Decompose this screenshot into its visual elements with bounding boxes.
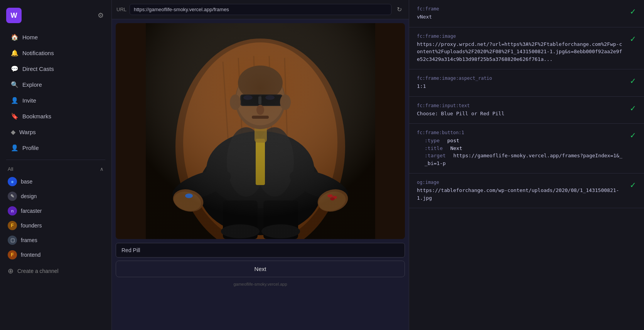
check-icon-fc-frame: ✓: [630, 7, 636, 16]
sidebar-header: W ⚙: [0, 5, 111, 29]
meta-key-fc-frame-image: fc:frame:image: [417, 34, 625, 39]
nav-label-profile: Profile: [22, 145, 39, 151]
meta-value-og-image: https://tableforchange.com/wp-content/up…: [417, 187, 625, 202]
plus-circle-icon: ⊕: [8, 267, 13, 275]
create-channel-label: Create a channel: [17, 268, 59, 274]
divider: [6, 160, 105, 160]
frame-image: [116, 23, 405, 239]
sidebar-item-direct-casts[interactable]: 💬 Direct Casts: [3, 61, 108, 76]
meta-key-button-1: fc:frame:button:1: [417, 130, 625, 135]
channel-item-founders[interactable]: F founders: [0, 218, 111, 233]
meta-fc-frame-input-text: fc:frame:input:text Choose: Blue Pill or…: [409, 97, 644, 124]
channel-dot-frontend: F: [8, 250, 17, 259]
meta-key-input-text: fc:frame:input:text: [417, 103, 625, 108]
check-icon-aspect-ratio: ✓: [630, 76, 636, 86]
meta-fc-frame-aspect-ratio: fc:frame:image:aspect_ratio 1:1 ✓: [409, 69, 644, 97]
app-logo[interactable]: W: [6, 8, 22, 23]
morpheus-svg: [146, 23, 375, 239]
nav-label-warps: Warps: [19, 129, 36, 135]
check-icon-button-1: ✓: [630, 131, 636, 140]
main-content: URL ↻: [112, 0, 409, 330]
channel-item-farcaster[interactable]: n farcaster: [0, 204, 111, 218]
frame-url-footer: gameoflife-smoky.vercel.app: [112, 280, 409, 288]
section-label: All: [8, 166, 13, 172]
home-icon: 🏠: [11, 34, 19, 41]
button-subkey-target: :target: [425, 153, 446, 158]
channel-label-base: base: [21, 178, 32, 185]
meta-fc-frame: fc:frame vNext ✓: [409, 0, 644, 27]
meta-value-button-1: :type post :title Next :target https://g…: [417, 137, 625, 167]
message-icon: 💬: [11, 65, 19, 72]
nav-label-notifications: Notifications: [22, 50, 54, 56]
button-subval-title: Next: [450, 145, 462, 151]
channel-item-design[interactable]: ✎ design: [0, 189, 111, 204]
nav-label-invite: Invite: [22, 97, 36, 104]
meta-og-image: og:image https://tableforchange.com/wp-c…: [409, 173, 644, 208]
sidebar-item-home[interactable]: 🏠 Home: [3, 30, 108, 45]
meta-key-aspect-ratio: fc:frame:image:aspect_ratio: [417, 76, 625, 81]
frame-preview: Red Pill Next gameoflife-smoky.vercel.ap…: [112, 19, 409, 330]
button-subval-type: post: [447, 138, 459, 143]
frame-input-value: Red Pill: [121, 247, 140, 253]
nav-label-home: Home: [22, 34, 38, 40]
channel-label-frontend: frontend: [21, 252, 40, 258]
profile-icon: 👤: [11, 144, 19, 152]
channel-item-frontend[interactable]: F frontend: [0, 248, 111, 262]
sidebar: W ⚙ 🏠 Home 🔔 Notifications 💬 Direct Cast…: [0, 0, 112, 330]
meta-key-fc-frame: fc:frame: [417, 6, 625, 12]
nav-label-explore: Explore: [22, 81, 42, 88]
warps-icon: ◆: [11, 128, 15, 136]
frame-input[interactable]: Red Pill: [116, 243, 405, 258]
channel-dot-design: ✎: [8, 192, 17, 201]
url-label: URL: [116, 7, 126, 12]
channel-label-frames: frames: [21, 237, 37, 243]
svg-rect-42: [146, 23, 375, 239]
channel-label-founders: founders: [21, 222, 42, 229]
sidebar-item-warps[interactable]: ◆ Warps: [3, 125, 108, 140]
sidebar-item-profile[interactable]: 👤 Profile: [3, 140, 108, 155]
meta-fc-frame-image: fc:frame:image https://proxy.wrpcd.net/?…: [409, 27, 644, 70]
frame-next-button[interactable]: Next: [116, 261, 405, 277]
nav-label-bookmarks: Bookmarks: [22, 113, 51, 120]
settings-icon[interactable]: ⚙: [96, 10, 105, 21]
channel-dot-farcaster: n: [8, 206, 17, 216]
button-subval-target: https://gameoflife-smoky.vercel.app/fram…: [425, 153, 622, 166]
meta-fc-frame-button-1: fc:frame:button:1 :type post :title Next…: [409, 124, 644, 173]
meta-value-fc-frame-image: https://proxy.wrpcd.net/?url=https%3A%2F…: [417, 40, 625, 63]
bookmark-icon: 🔖: [11, 113, 19, 120]
sidebar-item-notifications[interactable]: 🔔 Notifications: [3, 45, 108, 61]
channel-list: ● base ✎ design n farcaster F founders ▢: [0, 174, 111, 262]
check-icon-og-image: ✓: [630, 180, 636, 190]
sidebar-item-invite[interactable]: 👤 Invite: [3, 93, 108, 108]
meta-value-input-text: Choose: Blue Pill or Red Pill: [417, 110, 625, 118]
channel-label-farcaster: farcaster: [21, 208, 42, 214]
meta-value-fc-frame: vNext: [417, 13, 625, 21]
frame-image-container: [116, 23, 405, 239]
right-panel: fc:frame vNext ✓ fc:frame:image https://…: [409, 0, 644, 330]
channel-label-design: design: [21, 193, 37, 199]
check-icon-fc-frame-image: ✓: [630, 34, 636, 44]
button-subkey-title: :title: [425, 145, 443, 151]
url-bar: URL ↻: [112, 0, 409, 19]
search-icon: 🔍: [11, 81, 19, 88]
create-channel-button[interactable]: ⊕ Create a channel: [0, 264, 111, 278]
bell-icon: 🔔: [11, 49, 19, 57]
meta-value-aspect-ratio: 1:1: [417, 82, 625, 90]
refresh-button[interactable]: ↻: [394, 4, 404, 15]
url-input[interactable]: [130, 4, 391, 15]
nav-label-direct-casts: Direct Casts: [22, 66, 54, 72]
sidebar-item-bookmarks[interactable]: 🔖 Bookmarks: [3, 109, 108, 124]
channel-dot-founders: F: [8, 221, 17, 230]
sidebar-item-explore[interactable]: 🔍 Explore: [3, 77, 108, 92]
channels-section-header: All ∧: [0, 164, 111, 174]
channel-dot-base: ●: [8, 177, 17, 186]
channel-item-base[interactable]: ● base: [0, 174, 111, 189]
button-subkey-type: :type: [425, 138, 440, 143]
channel-dot-frames: ▢: [8, 236, 17, 245]
check-icon-input-text: ✓: [630, 104, 636, 113]
channel-item-frames[interactable]: ▢ frames: [0, 233, 111, 248]
meta-key-og-image: og:image: [417, 180, 625, 185]
chevron-up-icon[interactable]: ∧: [100, 166, 104, 172]
invite-icon: 👤: [11, 97, 19, 104]
